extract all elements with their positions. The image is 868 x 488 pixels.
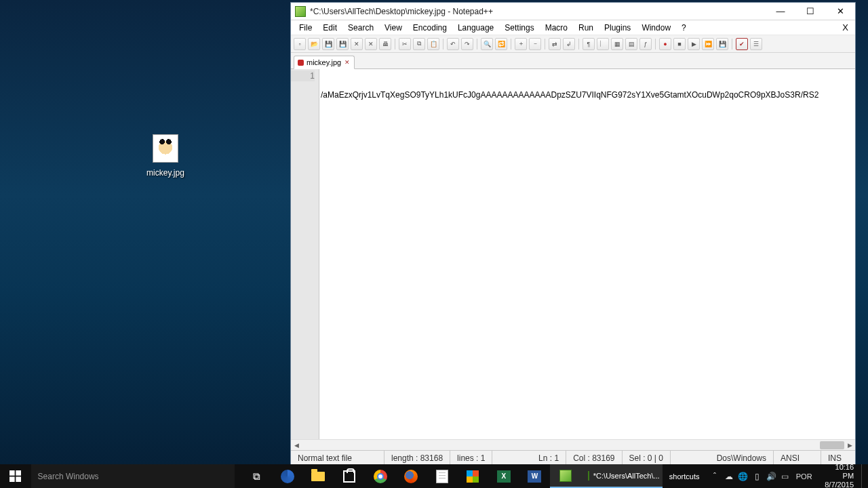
taskbar-edge[interactable]: [272, 464, 303, 488]
menu-language[interactable]: Language: [452, 22, 499, 34]
menu-run[interactable]: Run: [573, 22, 599, 34]
image-thumbnail-icon: [153, 134, 178, 163]
start-button[interactable]: [0, 464, 31, 488]
show-all-chars-icon[interactable]: ¶: [583, 38, 595, 50]
zoom-out-icon[interactable]: －: [529, 38, 541, 50]
status-lines: lines : 1: [450, 451, 492, 465]
taskbar-chrome[interactable]: [365, 464, 396, 488]
taskbar-app-grid[interactable]: [458, 464, 489, 488]
titlebar[interactable]: *C:\Users\AllTech\Desktop\mickey.jpg - N…: [291, 3, 855, 20]
svg-rect-2: [9, 476, 15, 482]
tabbar: mickey.jpg ✕: [291, 53, 855, 69]
sync-scroll-icon[interactable]: ⇄: [549, 38, 561, 50]
taskbar-notepadpp-window[interactable]: *C:\Users\AllTech\...: [581, 464, 663, 488]
function-list-icon[interactable]: ƒ: [639, 38, 652, 50]
scroll-right-icon[interactable]: ▶: [844, 440, 855, 451]
scroll-track[interactable]: [302, 440, 844, 450]
menu-edit[interactable]: Edit: [317, 22, 342, 34]
tray-battery-icon[interactable]: ▯: [751, 464, 763, 488]
paste-icon[interactable]: 📋: [427, 38, 439, 50]
taskbar-shortcuts[interactable]: shortcuts: [663, 464, 706, 488]
wrap-icon[interactable]: ↲: [563, 38, 575, 50]
status-eol: Dos\Windows: [710, 451, 774, 465]
save-icon[interactable]: 💾: [322, 38, 334, 50]
tray-language[interactable]: POR: [793, 464, 815, 488]
redo-icon[interactable]: ↷: [461, 38, 473, 50]
menu-file[interactable]: File: [294, 22, 317, 34]
save-macro-icon[interactable]: 💾: [716, 38, 728, 50]
close-document-button[interactable]: X: [838, 22, 852, 33]
spellcheck-icon[interactable]: ✔: [736, 38, 748, 50]
menu-view[interactable]: View: [379, 22, 408, 34]
task-view-button[interactable]: ⧉: [241, 464, 272, 488]
svg-rect-1: [16, 470, 22, 476]
taskbar-app-sheet[interactable]: [427, 464, 458, 488]
menu-macro[interactable]: Macro: [540, 22, 573, 34]
editor-line-content: /aMaEzxQrjv1LvTqXegSO9TyYLh1kUFcJ0gAAAAA…: [321, 89, 854, 100]
notepadpp-icon: [559, 470, 572, 482]
search-input[interactable]: Search Windows: [31, 464, 235, 488]
desktop-file-label: mickey.jpg: [139, 168, 192, 178]
unsaved-indicator-icon: [298, 60, 304, 66]
menubar: File Edit Search View Encoding Language …: [291, 20, 855, 35]
tab-mickey-jpg[interactable]: mickey.jpg ✕: [294, 56, 355, 69]
taskbar-firefox[interactable]: [395, 464, 427, 488]
play-multi-icon[interactable]: ⏩: [702, 38, 714, 50]
scroll-left-icon[interactable]: ◀: [291, 440, 302, 451]
taskbar-word[interactable]: W: [519, 464, 551, 488]
text-editor[interactable]: /aMaEzxQrjv1LvTqXegSO9TyYLh1kUFcJ0gAAAAA…: [319, 69, 855, 439]
menu-settings[interactable]: Settings: [499, 22, 539, 34]
taskbar-store[interactable]: [334, 464, 365, 488]
close-button[interactable]: ✕: [825, 3, 855, 20]
sheet-icon: [436, 470, 448, 483]
taskbar-notepadpp-pinned[interactable]: [550, 464, 581, 488]
tray-date: 8/7/2015: [823, 481, 854, 488]
show-desktop-button[interactable]: [861, 464, 865, 488]
tray-action-center-icon[interactable]: ▭: [779, 464, 791, 488]
tray-chevron-up-icon[interactable]: ˆ: [709, 464, 721, 488]
taskbar-window-title: *C:\Users\AllTech\...: [593, 472, 660, 480]
indent-guide-icon[interactable]: ⎸: [597, 38, 609, 50]
toolbar-extra-icon[interactable]: ☰: [750, 38, 762, 50]
toolbar-separator: [511, 39, 511, 49]
close-all-icon[interactable]: ✕: [365, 38, 377, 50]
replace-icon[interactable]: 🔁: [495, 38, 507, 50]
folder-as-workspace-icon[interactable]: ▦: [611, 38, 623, 50]
desktop-file-icon[interactable]: mickey.jpg: [139, 134, 192, 178]
play-macro-icon[interactable]: ▶: [688, 38, 700, 50]
tray-clock[interactable]: 10:16 PM 8/7/2015: [817, 463, 859, 488]
taskbar: Search Windows ⧉ X W *C:\Users\AllTech\.…: [0, 464, 868, 488]
taskbar-explorer[interactable]: [303, 464, 334, 488]
save-all-icon[interactable]: 💾: [336, 38, 349, 50]
zoom-in-icon[interactable]: ＋: [515, 38, 527, 50]
taskbar-excel[interactable]: X: [488, 464, 519, 488]
close-file-icon[interactable]: ✕: [351, 38, 363, 50]
minimize-button[interactable]: —: [766, 3, 795, 20]
tab-close-icon[interactable]: ✕: [344, 59, 351, 66]
copy-icon[interactable]: ⧉: [413, 38, 425, 50]
undo-icon[interactable]: ↶: [447, 38, 459, 50]
open-file-icon[interactable]: 📂: [308, 38, 320, 50]
menu-help[interactable]: ?: [676, 22, 692, 34]
horizontal-scrollbar[interactable]: ◀ ▶: [291, 439, 855, 450]
find-icon[interactable]: 🔍: [481, 38, 493, 50]
print-icon[interactable]: 🖶: [379, 38, 391, 50]
chrome-icon: [374, 470, 387, 483]
new-file-icon[interactable]: ▫: [294, 38, 306, 50]
toolbar-separator: [578, 39, 579, 49]
tray-onedrive-icon[interactable]: ☁: [723, 464, 735, 488]
stop-macro-icon[interactable]: ■: [673, 38, 686, 50]
cut-icon[interactable]: ✂: [399, 38, 411, 50]
doc-map-icon[interactable]: ▤: [625, 38, 637, 50]
menu-encoding[interactable]: Encoding: [408, 22, 452, 34]
tray-network-icon[interactable]: 🌐: [737, 464, 749, 488]
menu-window[interactable]: Window: [636, 22, 676, 34]
scroll-thumb[interactable]: [820, 441, 844, 449]
record-macro-icon[interactable]: ●: [659, 38, 671, 50]
menu-search[interactable]: Search: [342, 22, 379, 34]
notepadpp-window: *C:\Users\AllTech\Desktop\mickey.jpg - N…: [290, 2, 856, 466]
menu-plugins[interactable]: Plugins: [599, 22, 636, 34]
tray-volume-icon[interactable]: 🔊: [765, 464, 777, 488]
maximize-button[interactable]: ☐: [795, 3, 825, 20]
editor-area: 1 /aMaEzxQrjv1LvTqXegSO9TyYLh1kUFcJ0gAAA…: [291, 69, 855, 439]
